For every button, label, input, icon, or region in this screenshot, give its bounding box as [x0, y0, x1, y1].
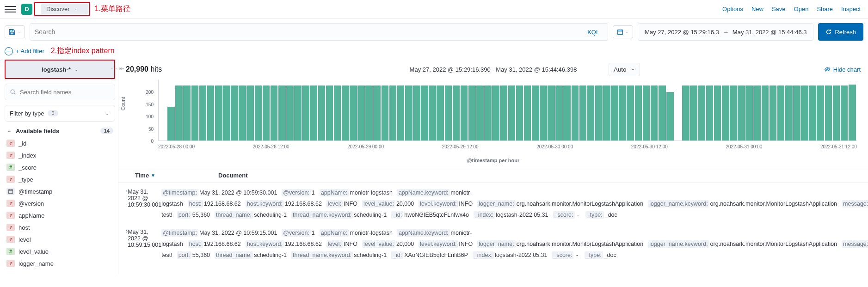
histogram-bar[interactable]	[413, 85, 420, 140]
histogram-bar[interactable]	[453, 85, 460, 140]
add-filter-button[interactable]: + Add filter	[16, 48, 44, 55]
histogram-bar[interactable]	[255, 85, 262, 140]
search-input-wrap[interactable]: KQL	[30, 23, 608, 41]
col-document-header[interactable]: Document	[218, 172, 861, 179]
histogram-bar[interactable]	[405, 85, 412, 140]
histogram-bar[interactable]	[246, 85, 254, 140]
histogram-bar[interactable]	[627, 85, 634, 140]
field-item[interactable]: t_type	[5, 173, 115, 185]
histogram-bar[interactable]	[753, 85, 761, 140]
histogram-bar[interactable]	[286, 85, 294, 140]
histogram-bar[interactable]	[484, 85, 492, 140]
histogram-bar[interactable]	[516, 85, 523, 140]
histogram-bar[interactable]	[548, 85, 555, 140]
histogram-bar[interactable]	[231, 85, 238, 140]
histogram-bar[interactable]	[730, 85, 737, 140]
link-options[interactable]: Options	[722, 6, 743, 12]
histogram-bar[interactable]	[476, 85, 484, 140]
histogram-bar[interactable]	[690, 85, 697, 140]
field-search-input[interactable]	[20, 89, 110, 96]
histogram-bar[interactable]	[666, 92, 674, 140]
histogram-bar[interactable]	[223, 85, 230, 140]
link-save[interactable]: Save	[772, 6, 786, 12]
field-item[interactable]: t_index	[5, 149, 115, 161]
histogram-bar[interactable]	[643, 85, 650, 140]
histogram-chart[interactable]: Count 050100150200 2022-05-28 00:002022-…	[126, 80, 861, 154]
histogram-bar[interactable]	[445, 85, 452, 140]
histogram-bar[interactable]	[183, 85, 191, 140]
histogram-bar[interactable]	[271, 85, 278, 140]
histogram-bar[interactable]	[429, 85, 436, 140]
histogram-bar[interactable]	[651, 85, 658, 140]
histogram-bar[interactable]	[175, 85, 183, 140]
field-item[interactable]: tlevel	[5, 233, 115, 245]
histogram-bar[interactable]	[682, 85, 689, 140]
histogram-bar[interactable]	[373, 85, 381, 140]
histogram-bar[interactable]	[587, 85, 595, 140]
histogram-bar[interactable]	[294, 85, 302, 140]
histogram-bar[interactable]	[350, 85, 357, 140]
histogram-bar[interactable]	[500, 85, 507, 140]
histogram-bar[interactable]	[817, 85, 824, 140]
field-item[interactable]: t_id	[5, 137, 115, 149]
histogram-bar[interactable]	[809, 85, 816, 140]
search-input[interactable]	[35, 28, 584, 36]
histogram-bar[interactable]	[310, 85, 317, 140]
histogram-bar[interactable]	[706, 85, 714, 140]
field-item[interactable]: tappName	[5, 209, 115, 221]
histogram-bar[interactable]	[722, 85, 729, 140]
histogram-bar[interactable]	[572, 85, 579, 140]
hide-chart-button[interactable]: Hide chart	[824, 66, 861, 73]
histogram-bar[interactable]	[714, 85, 721, 140]
interval-select-wrap[interactable]: Auto	[609, 63, 640, 76]
histogram-bar[interactable]	[785, 85, 793, 140]
histogram-bar[interactable]	[342, 85, 349, 140]
field-item[interactable]: #_score	[5, 161, 115, 173]
histogram-bar[interactable]	[468, 85, 476, 140]
query-lang-toggle[interactable]: KQL	[584, 29, 603, 36]
histogram-bar[interactable]	[532, 85, 539, 140]
histogram-bar[interactable]	[770, 85, 777, 140]
histogram-bar[interactable]	[825, 85, 832, 140]
breadcrumb-discover[interactable]: Discover ⌄	[41, 4, 88, 14]
histogram-bar[interactable]	[611, 85, 618, 140]
histogram-bar[interactable]	[421, 85, 428, 140]
available-fields-header[interactable]: ⌄ Available fields 14	[5, 127, 115, 134]
histogram-bar[interactable]	[595, 85, 603, 140]
histogram-bar[interactable]	[745, 85, 753, 140]
histogram-bar[interactable]	[382, 85, 389, 140]
histogram-bar[interactable]	[389, 85, 397, 140]
field-item[interactable]: thost	[5, 221, 115, 233]
histogram-bar[interactable]	[191, 85, 199, 140]
link-new[interactable]: New	[751, 6, 763, 12]
histogram-bar[interactable]	[619, 85, 626, 140]
histogram-bar[interactable]	[801, 85, 808, 140]
filter-by-type[interactable]: Filter by type 0 ⌄	[5, 105, 115, 122]
histogram-bar[interactable]	[508, 85, 516, 140]
histogram-bar[interactable]	[579, 85, 587, 140]
histogram-bar[interactable]	[833, 85, 840, 140]
histogram-bar[interactable]	[603, 85, 610, 140]
histogram-bar[interactable]	[461, 85, 468, 140]
link-open[interactable]: Open	[794, 6, 809, 12]
histogram-bar[interactable]	[524, 85, 531, 140]
histogram-bar[interactable]	[278, 85, 286, 140]
histogram-bar[interactable]	[777, 85, 785, 140]
histogram-bar[interactable]	[215, 85, 222, 140]
histogram-bar[interactable]	[492, 85, 499, 140]
field-item[interactable]: #level_value	[5, 245, 115, 257]
histogram-bar[interactable]	[318, 85, 326, 140]
field-item[interactable]: @timestamp	[5, 185, 115, 197]
histogram-bar[interactable]	[365, 85, 373, 140]
link-inspect[interactable]: Inspect	[841, 6, 861, 12]
histogram-bar[interactable]	[397, 85, 405, 140]
link-share[interactable]: Share	[817, 6, 833, 12]
menu-toggle[interactable]	[5, 4, 16, 15]
field-item[interactable]: tlogger_name	[5, 257, 115, 269]
col-time-header[interactable]: Time▼	[135, 172, 218, 179]
histogram-bar[interactable]	[239, 85, 246, 140]
histogram-bar[interactable]	[659, 85, 666, 140]
histogram-bar[interactable]	[849, 85, 856, 140]
histogram-bar[interactable]	[437, 85, 444, 140]
histogram-bar[interactable]	[540, 85, 547, 140]
